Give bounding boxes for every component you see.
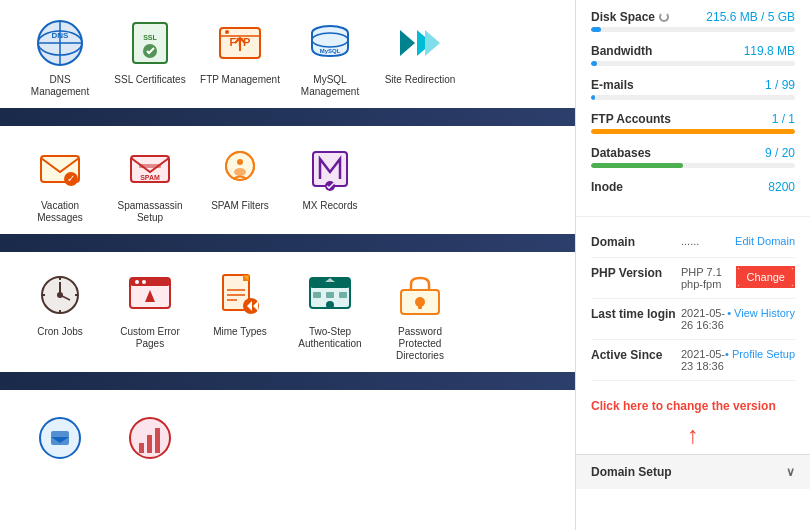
icon-spamassassin[interactable]: SPAM Spamassassin Setup — [110, 141, 190, 224]
icon-mxrecords[interactable]: MX Records — [290, 141, 370, 224]
dns-icon: DNS — [33, 15, 88, 70]
arrow-indicator: ↑ — [576, 421, 810, 454]
svg-text:SSL: SSL — [143, 34, 157, 41]
icon-bottom1[interactable] — [20, 410, 100, 469]
spamassassin-icon: SPAM — [123, 141, 178, 196]
icon-dns[interactable]: DNS DNS Management — [20, 15, 100, 98]
stat-ftp-accounts: FTP Accounts 1 / 1 — [591, 112, 795, 134]
spamfilters-label: SPAM Filters — [211, 200, 269, 212]
section2-icons: ✓ Vacation Messages SPAM Spamassassin Se… — [10, 136, 565, 234]
stat-emails: E-mails 1 / 99 — [591, 78, 795, 100]
spamfilters-icon — [213, 141, 268, 196]
mxrecords-icon — [303, 141, 358, 196]
cron-label: Cron Jobs — [37, 326, 83, 338]
view-history-link[interactable]: • View History — [727, 307, 795, 319]
info-active-since: Active Since 2021-05-23 18:36 • Profile … — [591, 340, 795, 381]
svg-text:SPAM: SPAM — [140, 174, 160, 181]
site-label: Site Redirection — [385, 74, 456, 86]
ftp-icon: FTP — [213, 15, 268, 70]
cron-icon — [33, 267, 88, 322]
icon-passworddir[interactable]: Password Protected Directories — [380, 267, 460, 362]
icon-bottom2[interactable] — [110, 410, 190, 469]
svg-point-59 — [326, 301, 334, 309]
ssl-label: SSL Certificates — [114, 74, 185, 86]
php-val: PHP 7.1 php-fpm — [681, 266, 736, 290]
icon-errorpages[interactable]: ! Custom Error Pages — [110, 267, 190, 362]
icon-ftp[interactable]: FTP FTP Management — [200, 15, 280, 98]
vacation-label: Vacation Messages — [20, 200, 100, 224]
databases-value: 9 / 20 — [765, 146, 795, 160]
twostep-label: Two-Step Authentication — [290, 326, 370, 350]
twostep-icon — [303, 267, 358, 322]
ssl-icon: SSL — [123, 15, 178, 70]
chevron-down-icon: ∨ — [786, 465, 795, 479]
icon-vacation[interactable]: ✓ Vacation Messages — [20, 141, 100, 224]
svg-point-26 — [234, 168, 246, 176]
svg-marker-15 — [400, 30, 415, 56]
svg-rect-67 — [139, 443, 144, 453]
svg-rect-58 — [339, 292, 347, 298]
bottom1-icon — [33, 410, 88, 465]
stats-section: Disk Space 215.6 MB / 5 GB Bandwidth 119… — [576, 0, 810, 217]
refresh-icon[interactable] — [659, 12, 669, 22]
info-section: Domain ...... Edit Domain PHP Version PH… — [576, 217, 810, 391]
info-php: PHP Version PHP 7.1 php-fpm Change — [591, 258, 795, 299]
stat-inode: Inode 8200 — [591, 180, 795, 194]
section3-icons: Cron Jobs ! Custom Error Pages — [10, 262, 565, 372]
svg-point-41 — [135, 280, 139, 284]
main-panel: DNS DNS Management SSL SSL Certificates — [0, 0, 575, 530]
icon-site[interactable]: Site Redirection — [380, 15, 460, 98]
icon-mime[interactable]: Mime Types — [200, 267, 280, 362]
domain-setup-label: Domain Setup — [591, 465, 672, 479]
section-divider-3 — [0, 372, 575, 390]
mxrecords-label: MX Records — [302, 200, 357, 212]
icon-ssl[interactable]: SSL SSL Certificates — [110, 15, 190, 98]
ftp-accounts-bar — [591, 129, 795, 134]
ftp-accounts-value: 1 / 1 — [772, 112, 795, 126]
last-login-val: 2021-05-26 16:36 — [681, 307, 727, 331]
icon-mysql[interactable]: MySQL MySQL Management — [290, 15, 370, 98]
svg-text:MySQL: MySQL — [320, 48, 341, 54]
bandwidth-value: 119.8 MB — [744, 44, 795, 58]
section-divider-1 — [0, 108, 575, 126]
mysql-label: MySQL Management — [290, 74, 370, 98]
emails-label: E-mails — [591, 78, 634, 92]
active-since-key: Active Since — [591, 348, 681, 362]
svg-text:!: ! — [148, 291, 151, 302]
svg-rect-22 — [139, 164, 161, 168]
section1-icons: DNS DNS Management SSL SSL Certificates — [10, 10, 565, 108]
mime-icon — [213, 267, 268, 322]
passworddir-label: Password Protected Directories — [380, 326, 460, 362]
svg-point-11 — [225, 30, 229, 34]
icon-cron[interactable]: Cron Jobs — [20, 267, 100, 362]
click-hint: Click here to change the version — [576, 391, 810, 421]
disk-space-label: Disk Space — [591, 10, 669, 24]
active-since-val: 2021-05-23 18:36 — [681, 348, 725, 372]
disk-space-bar — [591, 27, 795, 32]
icon-spamfilters[interactable]: SPAM Filters — [200, 141, 280, 224]
bottom-icons — [10, 400, 565, 479]
stat-databases: Databases 9 / 20 — [591, 146, 795, 168]
errorpages-label: Custom Error Pages — [110, 326, 190, 350]
disk-space-fill — [591, 27, 601, 32]
edit-domain-link[interactable]: Edit Domain — [735, 235, 795, 247]
svg-rect-62 — [418, 302, 422, 309]
section-divider-2 — [0, 234, 575, 252]
vacation-icon: ✓ — [33, 141, 88, 196]
site-redirect-icon — [393, 15, 448, 70]
icon-twostep[interactable]: Two-Step Authentication — [290, 267, 370, 362]
svg-rect-57 — [326, 292, 334, 298]
dns-label: DNS Management — [20, 74, 100, 98]
databases-fill — [591, 163, 683, 168]
domain-val: ...... — [681, 235, 735, 247]
ftp-accounts-fill — [591, 129, 795, 134]
php-key: PHP Version — [591, 266, 681, 280]
bandwidth-bar — [591, 61, 795, 66]
svg-rect-28 — [313, 152, 347, 186]
databases-bar — [591, 163, 795, 168]
domain-setup-footer[interactable]: Domain Setup ∨ — [576, 454, 810, 489]
errorpages-icon: ! — [123, 267, 178, 322]
profile-setup-link[interactable]: • Profile Setup — [725, 348, 795, 360]
svg-rect-69 — [155, 428, 160, 453]
change-php-button[interactable]: Change — [738, 268, 793, 286]
